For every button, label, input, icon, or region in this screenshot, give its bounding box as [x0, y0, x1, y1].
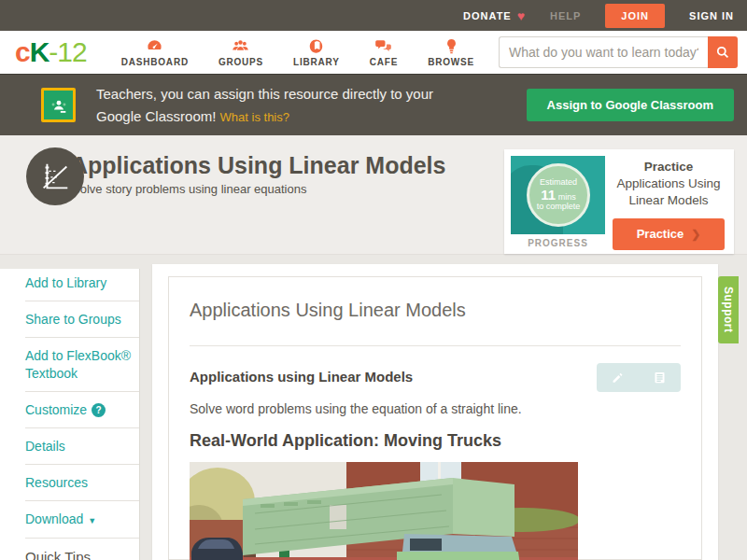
sidebar-item-download[interactable]: Download▼	[25, 500, 139, 537]
nav-item-library[interactable]: LIBRARY	[281, 35, 352, 69]
banner-message: Teachers, you can assign this resource d…	[96, 83, 451, 127]
notes-button[interactable]	[639, 363, 681, 392]
nav-item-dashboard[interactable]: DASHBOARD	[109, 35, 201, 69]
nav-item-groups[interactable]: GROUPS	[206, 35, 275, 69]
people-icon	[232, 37, 249, 55]
google-classroom-banner: Teachers, you can assign this resource d…	[0, 75, 747, 135]
divider	[190, 345, 681, 346]
document-icon	[653, 371, 667, 385]
concept-header: Applications Using Linear Models Solve s…	[0, 135, 747, 255]
nav-item-browse[interactable]: BROWSE	[416, 35, 486, 69]
support-tab[interactable]: Support	[718, 276, 739, 343]
search-icon	[715, 45, 730, 60]
practice-rest: Applications Using Linear Models	[616, 176, 720, 207]
practice-card: Estimated 11 mins to complete PROGRESS P…	[504, 149, 734, 254]
graph-glyph	[37, 159, 73, 194]
assign-to-classroom-button[interactable]: Assign to Google Classroom	[527, 89, 734, 121]
question-badge-icon[interactable]: ?	[92, 403, 106, 417]
concept-subtitle: Solve story problems using linear equati…	[72, 182, 306, 196]
nav-label-dashboard: DASHBOARD	[121, 57, 189, 67]
chat-bubbles-icon	[374, 37, 392, 55]
caret-down-icon: ▼	[88, 516, 96, 525]
donate-label: DONATE	[463, 10, 512, 21]
help-link[interactable]: HELP	[550, 10, 581, 21]
logo-12: -12	[49, 36, 86, 67]
nav-label-cafe: CAFE	[370, 57, 398, 67]
nav-label-groups: GROUPS	[218, 57, 263, 67]
section-heading: Applications using Linear Models	[190, 363, 413, 385]
signin-link[interactable]: SIGN IN	[689, 10, 734, 21]
customize-label: Customize	[25, 402, 87, 417]
search-bar	[499, 36, 738, 68]
nav-label-library: LIBRARY	[293, 57, 340, 67]
lesson-box: Applications Using Linear Models Applica…	[168, 276, 702, 560]
main-nav: cK-12 DASHBOARD GROUPS LIBRARY CAFE BROW…	[0, 31, 747, 75]
lightbulb-icon	[443, 37, 460, 55]
practice-card-right: Practice Applications Using Linear Model…	[609, 159, 728, 250]
sidebar-item-add-to-library[interactable]: Add to Library	[25, 269, 139, 301]
donate-link[interactable]: DONATE♥	[463, 8, 526, 23]
logo-k: K	[30, 36, 49, 67]
moving-truck-image	[190, 462, 578, 560]
estimated-time-badge: Estimated 11 mins to complete	[527, 163, 590, 227]
ck12-logo[interactable]: cK-12	[15, 38, 87, 66]
chevron-right-icon: ❯	[691, 228, 700, 241]
heart-icon: ♥	[517, 8, 526, 23]
top-bar: DONATE♥ HELP JOIN SIGN IN	[0, 0, 747, 31]
page: DONATE♥ HELP JOIN SIGN IN cK-12 DASHBOAR…	[0, 0, 747, 560]
estimated-suffix: to complete	[537, 203, 581, 212]
nav-item-cafe[interactable]: CAFE	[358, 35, 410, 69]
estimated-unit: mins	[556, 192, 576, 202]
nav-label-browse: BROWSE	[428, 57, 474, 67]
dashboard-gauge-icon	[146, 37, 163, 55]
concept-title: Applications Using Linear Models	[71, 152, 445, 179]
practice-button[interactable]: Practice❯	[613, 218, 725, 250]
sidebar-item-share-to-groups[interactable]: Share to Groups	[25, 301, 139, 337]
content-tools	[597, 363, 681, 392]
join-button[interactable]: JOIN	[605, 4, 665, 28]
edit-button[interactable]	[597, 363, 639, 392]
action-sidebar: Add to Library Share to Groups Add to Fl…	[0, 269, 140, 560]
nav-items: DASHBOARD GROUPS LIBRARY CAFE BROWSE	[109, 35, 486, 69]
subsection-heading: Real-World Application: Moving Trucks	[190, 431, 681, 451]
search-input[interactable]	[499, 36, 708, 68]
support-tab-label: Support	[722, 287, 735, 333]
lesson-title: Applications Using Linear Models	[190, 300, 681, 321]
estimated-mins: 11	[541, 187, 556, 203]
sidebar-item-quick-tips[interactable]: Quick Tips	[25, 538, 139, 560]
main-content-card: Applications Using Linear Models Applica…	[152, 264, 718, 560]
what-is-this-link[interactable]: What is this?	[220, 110, 289, 124]
practice-bold: Practice	[644, 160, 694, 174]
logo-c: c	[15, 36, 30, 67]
practice-button-label: Practice	[637, 227, 684, 241]
download-label: Download	[25, 511, 83, 526]
truck-photo-illustration	[190, 462, 578, 560]
sidebar-item-resources[interactable]: Resources	[25, 464, 139, 500]
section-description: Solve word problems using the equation o…	[190, 401, 681, 416]
classroom-person-icon	[49, 95, 69, 116]
sidebar-item-customize[interactable]: Customize?	[25, 391, 139, 427]
practice-card-text: Practice Applications Using Linear Model…	[609, 159, 728, 210]
book-icon	[307, 37, 325, 55]
practice-thumbnail: Estimated 11 mins to complete	[511, 156, 605, 234]
sidebar-item-details[interactable]: Details	[25, 427, 139, 464]
progress-label: PROGRESS	[511, 238, 605, 248]
sidebar-item-add-to-flexbook[interactable]: Add to FlexBook® Textbook	[25, 337, 139, 390]
search-button[interactable]	[708, 36, 738, 68]
pencil-icon	[611, 371, 625, 385]
google-classroom-icon	[41, 88, 76, 122]
